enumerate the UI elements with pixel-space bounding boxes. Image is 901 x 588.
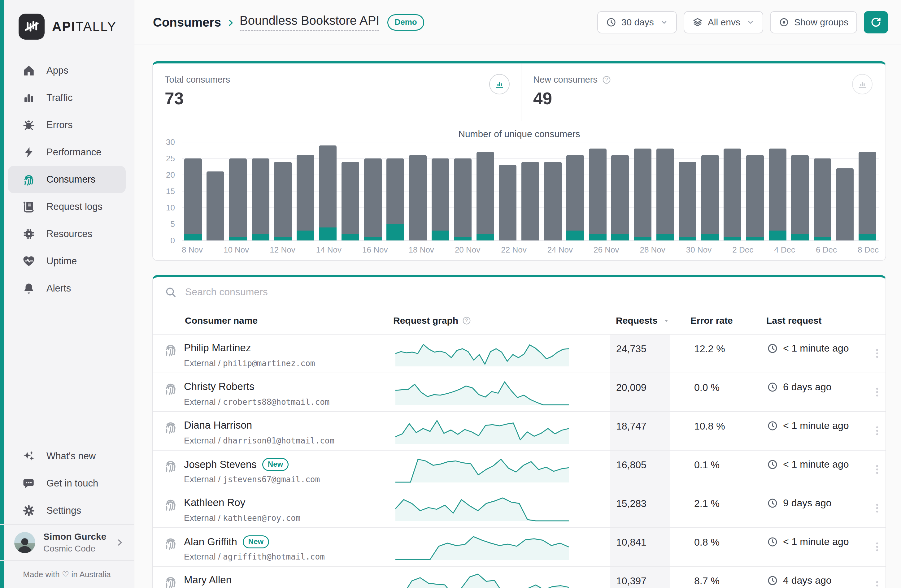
chat-icon [22,477,35,490]
table-row: Kathleen Roy External / kathleen@roy.com… [153,489,885,528]
env-dropdown[interactable]: All envs [684,11,763,33]
sidebar-item-label: Consumers [47,174,96,185]
chart-bar[interactable] [766,142,789,241]
request-sparkline [395,534,569,560]
chart-bar[interactable] [249,142,272,241]
total-consumers-label: Total consumers [165,75,230,85]
search-input[interactable] [184,286,885,298]
chart-bar[interactable] [204,142,227,241]
consumer-name[interactable]: Christy Roberts [184,381,254,392]
row-menu-icon[interactable] [871,386,883,398]
breadcrumb-app-selector[interactable]: Boundless Bookstore API [240,14,379,31]
sidebar-item-settings[interactable]: Settings [8,497,126,524]
row-menu-icon[interactable] [871,580,883,588]
chart-bar[interactable] [789,142,811,241]
chart-bar[interactable] [407,142,429,241]
consumer-name[interactable]: Alan Griffith [184,536,237,548]
total-consumers-chart-toggle[interactable] [489,74,510,94]
chart-x-tick [203,245,224,255]
chart-bar[interactable] [519,142,541,241]
column-requests-sort[interactable]: Requests [616,307,671,334]
unique-consumers-chart: Number of unique consumers 051015202530 … [153,121,885,260]
column-last-request[interactable]: Last request [766,307,822,334]
chart-x-tick [341,245,362,255]
refresh-button[interactable] [864,11,888,33]
breadcrumb-chevron-icon [226,18,235,28]
sidebar-item-traffic[interactable]: Traffic [8,84,126,111]
chip-icon [22,227,35,241]
last-request-value: < 1 minute ago [783,536,849,548]
row-menu-icon[interactable] [871,464,883,475]
fp-icon [22,173,35,186]
chart-bar[interactable] [744,142,766,241]
chart-bar[interactable] [654,142,677,241]
chart-x-tick: 2 Dec [732,245,753,255]
row-menu-icon[interactable] [871,502,883,514]
clock-icon [767,381,778,393]
sidebar-item-consumers[interactable]: Consumers [8,166,126,193]
column-consumer-name[interactable]: Consumer name [185,307,257,334]
sidebar-item-alerts[interactable]: Alerts [8,275,126,302]
chart-bar[interactable] [811,142,834,241]
chart-bar[interactable] [339,142,362,241]
error-rate-value: 0.0 % [694,382,720,394]
chart-bar[interactable] [362,142,384,241]
chevron-right-icon [115,538,125,547]
chart-bar[interactable] [586,142,609,241]
row-menu-icon[interactable] [871,347,883,359]
help-icon[interactable] [462,316,471,325]
new-consumers-chart-toggle[interactable] [852,74,873,94]
sidebar-item-label: Uptime [47,256,77,267]
chart-x-tick: 30 Nov [686,245,711,255]
sidebar-item-request-logs[interactable]: Request logs [8,193,126,220]
request-sparkline [395,572,569,588]
consumer-name[interactable]: Mary Allen [184,574,232,586]
sidebar-item-label: Get in touch [47,478,98,489]
sidebar-item-uptime[interactable]: Uptime [8,247,126,275]
chart-bar[interactable] [541,142,564,241]
chart-bar[interactable] [294,142,317,241]
help-icon[interactable] [602,75,611,84]
chart-bar[interactable] [676,142,699,241]
table-header: Consumer name Request graph Requests Err… [153,307,885,334]
chart-bar[interactable] [182,142,204,241]
sidebar-item-get-in-touch[interactable]: Get in touch [8,470,126,497]
consumer-name[interactable]: Joseph Stevens [184,459,257,470]
consumer-name[interactable]: Diana Harrison [184,419,252,431]
app-logo[interactable]: APITALLY [19,14,134,40]
chart-bar[interactable] [474,142,497,241]
chart-bar[interactable] [317,142,339,241]
chart-bar[interactable] [722,142,744,241]
user-menu[interactable]: Simon Gurcke Cosmic Code [0,525,134,560]
row-menu-icon[interactable] [871,425,883,437]
chart-bar[interactable] [429,142,452,241]
app-logo-text: APITALLY [52,19,117,34]
chart-bar[interactable] [834,142,856,241]
chart-bar[interactable] [451,142,474,241]
chart-bar[interactable] [856,142,879,241]
sidebar-item-errors[interactable]: Errors [8,111,126,138]
time-range-dropdown[interactable]: 30 days [597,11,677,33]
chart-bar[interactable] [699,142,722,241]
row-menu-icon[interactable] [871,541,883,553]
sidebar-item-performance[interactable]: Performance [8,138,126,166]
sidebar-item-apps[interactable]: Apps [8,57,126,84]
chart-bar[interactable] [227,142,249,241]
consumer-name[interactable]: Philip Martinez [184,342,251,354]
consumer-name[interactable]: Kathleen Roy [184,497,245,509]
sidebar-item-resources[interactable]: Resources [8,220,126,247]
chart-bar[interactable] [271,142,294,241]
sidebar-item-what-s-new[interactable]: What's new [8,443,126,470]
error-rate-value: 0.1 % [694,459,720,471]
show-groups-button[interactable]: Show groups [770,11,857,33]
refresh-icon [870,17,881,28]
chart-title: Number of unique consumers [153,129,885,139]
chart-bar[interactable] [384,142,407,241]
chart-bar[interactable] [497,142,519,241]
column-error-rate[interactable]: Error rate [691,307,733,334]
chart-bar[interactable] [609,142,631,241]
env-value: All envs [708,17,740,28]
chart-bar[interactable] [631,142,654,241]
error-rate-value: 2.1 % [694,498,720,509]
chart-bar[interactable] [564,142,586,241]
